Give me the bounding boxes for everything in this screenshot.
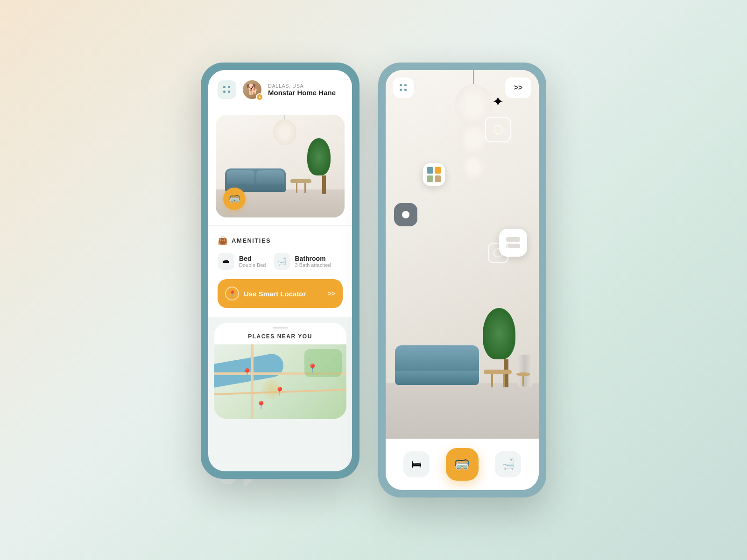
sofa-cushion: [256, 170, 284, 184]
room-lamp: [273, 115, 296, 145]
phone-left-inner: 🐕 ✦ DALLAS, USA Monstar Home Hane: [208, 70, 352, 471]
swatch-orange: [435, 167, 441, 174]
phone-left: 🐕 ✦ DALLAS, USA Monstar Home Hane: [201, 63, 359, 479]
lamp-hotspot-inner: [486, 118, 510, 141]
menu-dots-icon: [223, 86, 231, 93]
swatch-tan: [435, 175, 441, 182]
phone-header: 🐕 ✦ DALLAS, USA Monstar Home Hane: [208, 70, 352, 107]
ar-bottom-bar: 🛏 🥽 🛁: [386, 439, 539, 490]
locator-left: 📍 Use Smart Locator: [225, 287, 306, 301]
swatch-green: [427, 175, 433, 182]
bed-bottom-icon: 🛏: [411, 458, 422, 470]
avatar[interactable]: 🐕 ✦: [242, 79, 262, 100]
map-road-2: [251, 344, 254, 419]
vr-button[interactable]: 🥽: [223, 188, 246, 210]
user-location: DALLAS, USA: [268, 83, 343, 89]
ar-hotspot-top-bar: [506, 237, 520, 242]
bathroom-sub: 3 Bath attached: [295, 262, 331, 268]
swatch-teal: [427, 167, 433, 174]
map-pill: [273, 327, 288, 329]
ar-top-controls: >>: [393, 77, 531, 98]
locator-arrow-icon: >>: [328, 290, 335, 297]
plant-trunk: [322, 175, 326, 194]
vr-icon: 🥽: [229, 193, 240, 204]
ar-stool: [516, 372, 530, 386]
ar-bottom-vr-button[interactable]: 🥽: [446, 448, 479, 481]
bath-bottom-icon: 🛁: [502, 458, 514, 470]
bathroom-icon-wrap: 🛁: [274, 253, 290, 270]
map-pin-2: 📍: [275, 386, 285, 397]
ar-color-swatch-hotspot[interactable]: [423, 163, 445, 186]
ar-hotspot-left-icon: [402, 211, 409, 218]
ar-menu-dots-icon: [400, 84, 407, 91]
map-pin-4: 📍: [307, 363, 317, 373]
amenities-icon: 👜: [218, 235, 228, 245]
ar-table-leg: [491, 374, 493, 387]
ar-floor: [386, 383, 539, 439]
room-table: [290, 179, 311, 193]
user-name: Monstar Home Hane: [268, 89, 343, 97]
ar-lamp-3: [462, 153, 485, 181]
ar-lamp-2: [458, 121, 489, 156]
lamp-body: [273, 119, 296, 145]
ar-table-leg: [503, 374, 505, 387]
ar-forward-button[interactable]: >>: [505, 77, 531, 98]
amenities-header: 👜 AMENITIES: [218, 235, 343, 245]
sofa-cushion: [227, 170, 254, 184]
amenity-bed: 🛏 Bed Double Bed: [218, 253, 266, 270]
bathroom-icon: 🛁: [277, 257, 287, 266]
amenity-bathroom: 🛁 Bathroom 3 Bath attached: [274, 253, 331, 270]
amenities-section: 👜 AMENITIES 🛏 Bed Double Bed: [208, 226, 352, 317]
phone-right-inner: ✦: [386, 70, 539, 490]
map-pin-3: 📍: [256, 400, 266, 411]
ar-sofa-back: [395, 345, 479, 371]
ar-sofa: [395, 345, 479, 385]
map-area[interactable]: 📍 📍 📍 📍: [214, 344, 346, 419]
bed-label: Bed: [239, 255, 266, 262]
lamp-cord: [284, 115, 285, 119]
bed-sub: Double Bed: [239, 262, 266, 268]
map-title: PLACES NEAR YOU: [214, 333, 346, 340]
user-info: DALLAS, USA Monstar Home Hane: [268, 83, 343, 97]
smart-locator-button[interactable]: 📍 Use Smart Locator >>: [218, 279, 343, 308]
avatar-icon: 🐕: [246, 84, 259, 96]
locator-icon-wrap: 📍: [225, 287, 239, 301]
ar-sofa-seat: [395, 371, 479, 385]
bed-icon: 🛏: [222, 257, 230, 266]
table-leg: [296, 183, 297, 193]
ar-coffee-table: [484, 370, 512, 387]
ar-table-hotspot-outline[interactable]: [488, 243, 508, 263]
amenities-grid: 🛏 Bed Double Bed 🛁 Bathroom: [218, 253, 343, 270]
ar-stool-leg: [522, 376, 524, 386]
lamp-hotspot-dot: [493, 125, 503, 134]
map-card: PLACES NEAR YOU 📍 📍 📍 📍: [214, 323, 346, 419]
phone-right: ✦: [378, 63, 546, 497]
ar-menu-button[interactable]: [393, 77, 414, 98]
bed-icon-wrap: 🛏: [218, 253, 234, 270]
avatar-badge: ✦: [256, 93, 263, 101]
ar-hotspot-left-btn[interactable]: [394, 203, 417, 226]
phones-container: 🐕 ✦ DALLAS, USA Monstar Home Hane: [201, 63, 546, 497]
ar-lamp-hotspot-outline[interactable]: [485, 117, 511, 142]
bed-info: Bed Double Bed: [239, 255, 266, 268]
locator-icon: 📍: [228, 290, 236, 297]
ar-bottom-bed-button[interactable]: 🛏: [403, 451, 430, 477]
ar-plant-leaves: [483, 308, 515, 359]
map-pin-1: 📍: [242, 368, 252, 378]
ar-table-hotspot-inner: [493, 248, 503, 258]
room-image[interactable]: 🥽: [216, 115, 345, 217]
ar-view[interactable]: ✦: [386, 70, 539, 439]
room-image-container: 🥽: [208, 107, 352, 225]
ar-stool-top: [516, 372, 530, 376]
vr-bottom-icon: 🥽: [454, 457, 470, 472]
room-plant: [317, 152, 331, 194]
table-top: [290, 179, 311, 183]
ar-table-top: [484, 370, 512, 374]
table-leg: [304, 183, 306, 193]
amenities-title: AMENITIES: [232, 237, 271, 244]
bathroom-info: Bathroom 3 Bath attached: [295, 255, 331, 268]
menu-button[interactable]: [218, 80, 236, 99]
plant-leaves: [307, 138, 331, 175]
ar-bottom-bath-button[interactable]: 🛁: [495, 451, 521, 477]
bathroom-label: Bathroom: [295, 255, 331, 262]
